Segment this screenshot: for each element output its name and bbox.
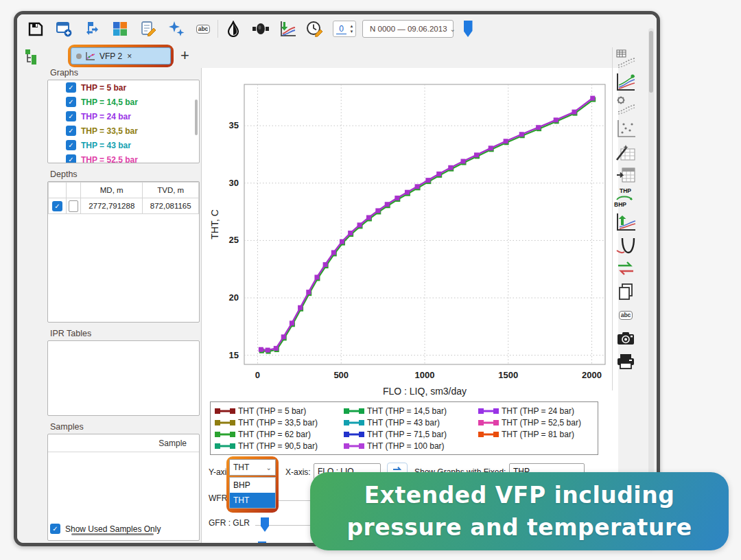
paste-special-button[interactable] — [82, 19, 102, 39]
graph-series-label: THP = 24 bar — [81, 112, 131, 121]
pin-icon — [464, 21, 473, 37]
right-scrollbar-thumb[interactable] — [649, 31, 653, 93]
spinner-arrows-icon[interactable]: ▲▼ — [348, 23, 355, 35]
graph-series-item[interactable]: ✓THP = 33,5 bar — [48, 124, 199, 138]
save-button[interactable] — [25, 19, 46, 39]
checkbox-checked-icon[interactable]: ✓ — [66, 154, 76, 163]
graph-up-icon — [615, 212, 636, 231]
step-value[interactable]: 0 — [336, 24, 346, 34]
tht-series-marker — [425, 178, 430, 183]
alq-slider-handle[interactable] — [258, 541, 266, 546]
tab-vfp2[interactable]: VFP 2 × — [71, 47, 171, 65]
tht-series-marker — [405, 190, 410, 195]
table-graph-icon — [615, 49, 636, 68]
tab-annotation-ring: VFP 2 × — [68, 45, 174, 67]
import-graph-button[interactable] — [277, 19, 298, 39]
graph-series-item[interactable]: ✓THP = 43 bar — [48, 138, 199, 152]
graph-up-button[interactable] — [614, 211, 637, 233]
tht-series-marker — [448, 165, 453, 170]
date-selector[interactable]: N 0000 — 09.06.2013 ⌄ — [362, 20, 454, 38]
option-tht[interactable]: THT — [230, 493, 275, 508]
pin-icon — [261, 517, 269, 532]
abc-comment-button[interactable]: abc — [193, 19, 213, 39]
right-toolbar: THP BHP — [614, 47, 639, 374]
scatter-plot-button[interactable] — [614, 117, 637, 139]
depths-data-row[interactable]: ✓ 2772,791288 872,081165 — [49, 198, 199, 214]
gfr-slider-handle[interactable] — [261, 517, 269, 532]
checkbox-checked-icon[interactable]: ✓ — [66, 82, 76, 93]
clock-edit-button[interactable] — [305, 19, 325, 39]
table-graph-button[interactable] — [614, 47, 637, 69]
copy-icon — [617, 283, 635, 301]
graph-series-label: THP = 43 bar — [81, 141, 131, 150]
legend-item: THT (THP = 5 bar) — [215, 406, 344, 417]
u-curve-button[interactable] — [614, 234, 637, 256]
x-tick-label: 1000 — [415, 370, 435, 380]
wand-table-button[interactable] — [614, 141, 637, 163]
tree-view-button[interactable] — [21, 46, 42, 67]
checkbox-checked-icon[interactable]: ✓ — [66, 126, 76, 136]
annotation-banner: Extended VFP including pressure and temp… — [310, 472, 729, 550]
checkbox-checked-icon[interactable]: ✓ — [66, 97, 76, 107]
legend-label: THT (THP = 71,5 bar) — [367, 430, 447, 439]
y-tick-label: 30 — [229, 178, 239, 188]
ipr-title: IPR Tables — [50, 329, 200, 338]
droplet-icon — [226, 21, 241, 37]
vfp-chart[interactable]: 05001000150020001520253035FLO : LIQ, sm3… — [209, 78, 613, 397]
settings-graph-button[interactable] — [614, 94, 637, 116]
import-table-button[interactable] — [614, 164, 637, 186]
legend-item: THT (THP = 90,5 bar) — [215, 441, 344, 452]
legend-swatch-icon — [478, 431, 499, 438]
tab-chart-icon — [85, 51, 96, 61]
print-button[interactable] — [614, 351, 637, 373]
option-bhp[interactable]: BHP — [230, 478, 275, 493]
step-spinner[interactable]: 0 ▲▼ — [333, 21, 356, 37]
graph-series-item[interactable]: ✓THP = 24 bar — [48, 109, 199, 124]
tht-series-marker — [590, 96, 595, 101]
banner-line2: pressure and temperature — [346, 511, 692, 544]
thp-bhp-swap-button[interactable]: THP BHP — [614, 187, 637, 209]
legend-swatch-icon — [215, 443, 235, 450]
right-scrollbar[interactable] — [648, 28, 654, 536]
modules-button[interactable] — [110, 19, 130, 39]
date-selector-value: N 0000 — 09.06.2013 — [370, 25, 447, 33]
abc-comment-button[interactable]: abc — [614, 304, 637, 326]
checkbox-checked-icon[interactable]: ✓ — [66, 140, 76, 150]
tvd-value: 872,081165 — [143, 198, 199, 214]
legend-item: THT (THP = 24 bar) — [478, 406, 600, 417]
checkbox-checked-icon[interactable]: ✓ — [52, 201, 62, 211]
graph-series-label: THP = 14,5 bar — [81, 97, 138, 107]
tht-series-marker — [306, 290, 311, 294]
graph-series-item[interactable]: ✓THP = 52,5 bar — [48, 152, 199, 163]
legend-label: THT (THP = 14,5 bar) — [367, 406, 447, 416]
add-tab-button[interactable]: + — [180, 47, 189, 65]
samples-title: Samples — [50, 422, 200, 432]
tab-close-button[interactable]: × — [127, 51, 132, 61]
tht-series-marker — [489, 145, 493, 150]
show-used-samples-label: Show Used Samples Only — [65, 524, 161, 534]
camera-button[interactable] — [614, 327, 637, 349]
empty-cell-box[interactable] — [69, 200, 78, 212]
droplet-button[interactable] — [223, 19, 244, 39]
sparkles-button[interactable] — [166, 19, 187, 39]
swap-arrows-button[interactable] — [614, 257, 637, 279]
curves-graph-button[interactable] — [614, 71, 637, 93]
graph-series-item[interactable]: ✓THP = 5 bar — [48, 80, 199, 95]
graph-series-item[interactable]: ✓THP = 14,5 bar — [48, 95, 199, 109]
samples-column-header[interactable]: Sample — [48, 434, 199, 452]
edit-document-button[interactable] — [138, 19, 158, 39]
add-window-icon — [55, 20, 73, 38]
y-axis-title: THT, C — [209, 209, 220, 240]
legend-swatch-icon — [344, 408, 364, 415]
y-axis-select[interactable]: THT ⌄ — [229, 459, 276, 476]
checkbox-checked-icon[interactable]: ✓ — [66, 111, 76, 121]
graphs-scrollbar[interactable] — [195, 100, 198, 135]
legend-label: THT (THP = 90,5 bar) — [238, 441, 318, 451]
choke-button[interactable] — [250, 19, 271, 39]
timeline-pin[interactable] — [458, 19, 478, 39]
checkbox-checked-icon[interactable]: ✓ — [50, 524, 60, 534]
copy-button[interactable] — [614, 281, 637, 303]
show-used-samples-toggle[interactable]: ✓ Show Used Samples Only — [50, 524, 161, 534]
add-window-button[interactable] — [54, 19, 74, 39]
tht-series-marker — [323, 262, 328, 267]
